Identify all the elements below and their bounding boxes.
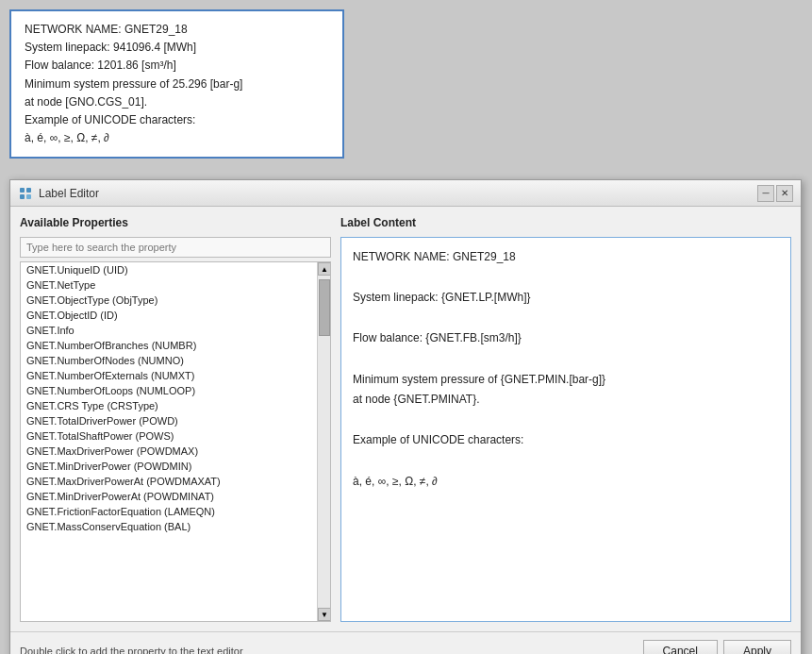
list-item[interactable]: GNET.NetType	[21, 277, 317, 293]
list-item[interactable]: GNET.MinDriverPower (POWDMIN)	[21, 459, 317, 474]
preview-area: NETWORK NAME: GNET29_18 System linepack:…	[9, 9, 344, 159]
dialog-titlebar: Label Editor ─ ✕	[10, 180, 801, 207]
preview-content: NETWORK NAME: GNET29_18 System linepack:…	[25, 21, 329, 147]
scroll-up-button[interactable]: ▲	[318, 262, 331, 276]
dialog-footer: Double click to add the property to the …	[10, 631, 801, 654]
available-properties-title: Available Properties	[20, 216, 331, 229]
footer-buttons: Cancel Apply	[643, 640, 791, 654]
svg-rect-3	[26, 194, 31, 199]
list-item[interactable]: GNET.NumberOfNodes (NUMNO)	[21, 353, 317, 368]
list-item[interactable]: GNET.NumberOfLoops (NUMLOOP)	[21, 383, 317, 398]
list-item[interactable]: GNET.MassConservEquation (BAL)	[21, 519, 317, 534]
left-panel: Available Properties GNET.UniqueID (UID)…	[20, 216, 331, 622]
preview-line7: à, é, ∞, ≥, Ω, ≠, ∂	[25, 129, 329, 147]
preview-line6: Example of UNICODE characters:	[25, 111, 329, 129]
properties-list-wrapper: GNET.UniqueID (UID)GNET.NetTypeGNET.Obje…	[20, 261, 331, 622]
svg-rect-2	[20, 194, 25, 199]
svg-rect-0	[20, 188, 25, 193]
dialog-title-icon	[18, 186, 33, 201]
list-item[interactable]: GNET.FrictionFactorEquation (LAMEQN)	[21, 504, 317, 519]
dialog-body: Available Properties GNET.UniqueID (UID)…	[10, 207, 801, 631]
scrollbar-track[interactable]: ▲ ▼	[317, 262, 330, 621]
list-item[interactable]: GNET.TotalShaftPower (POWS)	[21, 428, 317, 444]
property-search-input[interactable]	[20, 237, 331, 258]
label-content-title: Label Content	[340, 216, 791, 229]
properties-list: GNET.UniqueID (UID)GNET.NetTypeGNET.Obje…	[21, 262, 317, 621]
list-item[interactable]: GNET.CRS Type (CRSType)	[21, 398, 317, 413]
list-item[interactable]: GNET.NumberOfExternals (NUMXT)	[21, 368, 317, 383]
right-panel: Label Content	[340, 216, 791, 622]
preview-line5: at node [GNO.CGS_01].	[25, 93, 329, 111]
svg-rect-1	[26, 188, 31, 193]
list-item[interactable]: GNET.MinDriverPowerAt (POWDMINAT)	[21, 489, 317, 504]
list-item[interactable]: GNET.MaxDriverPower (POWDMAX)	[21, 444, 317, 459]
list-item[interactable]: GNET.ObjectType (ObjType)	[21, 293, 317, 308]
list-item[interactable]: GNET.Info	[21, 323, 317, 338]
preview-line3: Flow balance: 1201.86 [sm³/h]	[25, 57, 329, 75]
footer-hint: Double click to add the property to the …	[20, 646, 243, 654]
close-button[interactable]: ✕	[776, 185, 793, 202]
list-item[interactable]: GNET.ObjectID (ID)	[21, 308, 317, 323]
label-content-editor[interactable]	[340, 237, 791, 622]
list-item[interactable]: GNET.MaxDriverPowerAt (POWDMAXAT)	[21, 474, 317, 489]
preview-line2: System linepack: 941096.4 [MWh]	[25, 39, 329, 57]
scroll-down-button[interactable]: ▼	[318, 608, 331, 621]
scroll-thumb[interactable]	[319, 279, 330, 336]
cancel-button[interactable]: Cancel	[643, 640, 718, 654]
dialog-title-controls: ─ ✕	[757, 185, 793, 202]
apply-button[interactable]: Apply	[723, 640, 791, 654]
list-item[interactable]: GNET.NumberOfBranches (NUMBR)	[21, 338, 317, 353]
dialog-title-text: Label Editor	[39, 187, 99, 200]
dialog-title-left: Label Editor	[18, 186, 99, 201]
preview-line4: Minimum system pressure of 25.296 [bar-g…	[25, 75, 329, 93]
label-editor-dialog: Label Editor ─ ✕ Available Properties GN…	[9, 179, 802, 654]
list-item[interactable]: GNET.TotalDriverPower (POWD)	[21, 413, 317, 428]
minimize-button[interactable]: ─	[757, 185, 774, 202]
preview-line1: NETWORK NAME: GNET29_18	[25, 21, 329, 39]
list-item[interactable]: GNET.UniqueID (UID)	[21, 262, 317, 277]
